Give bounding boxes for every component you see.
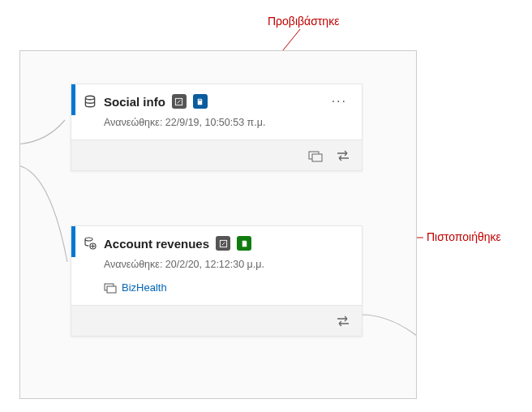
card-title: Social info: [104, 95, 165, 109]
lineage-card[interactable]: Account revenues Ανανεώθηκε: 20/2/20, 12…: [71, 225, 363, 337]
promoted-badge-icon: [193, 94, 208, 109]
certified-badge-icon: [237, 236, 251, 251]
annotation-promoted: Προβιβάστηκε: [268, 15, 339, 28]
lineage-arrows-icon[interactable]: [336, 315, 350, 328]
dataset-icon: [83, 94, 97, 109]
sensitivity-badge-icon: [216, 236, 230, 251]
lineage-arrows-icon[interactable]: [336, 149, 350, 162]
workspace-name: BizHealth: [122, 281, 167, 294]
refreshed-label: Ανανεώθηκε: 22/9/19, 10:50:53 π.μ.: [71, 112, 362, 139]
refreshed-label: Ανανεώθηκε: 20/2/20, 12:12:30 μ.μ.: [71, 254, 362, 281]
card-accent: [71, 226, 75, 257]
sensitivity-badge-icon: [172, 94, 187, 109]
svg-rect-5: [312, 154, 322, 161]
card-footer: [71, 305, 362, 336]
card-footer: [71, 139, 362, 170]
svg-rect-9: [107, 286, 116, 293]
dataflow-icon: [83, 236, 97, 251]
card-title: Account revenues: [104, 237, 209, 251]
workspace-link[interactable]: BizHealth: [71, 281, 362, 305]
annotation-certified: Πιστοποιήθηκε: [427, 230, 501, 243]
lineage-canvas: Social info ··· Ανανεώθηκε: 22/9/19, 10:…: [19, 50, 417, 399]
related-icon[interactable]: [308, 149, 323, 162]
card-accent: [71, 84, 75, 115]
workspace-icon: [104, 282, 117, 294]
more-options-button[interactable]: ···: [328, 94, 350, 109]
lineage-card[interactable]: Social info ··· Ανανεώθηκε: 22/9/19, 10:…: [71, 84, 363, 171]
